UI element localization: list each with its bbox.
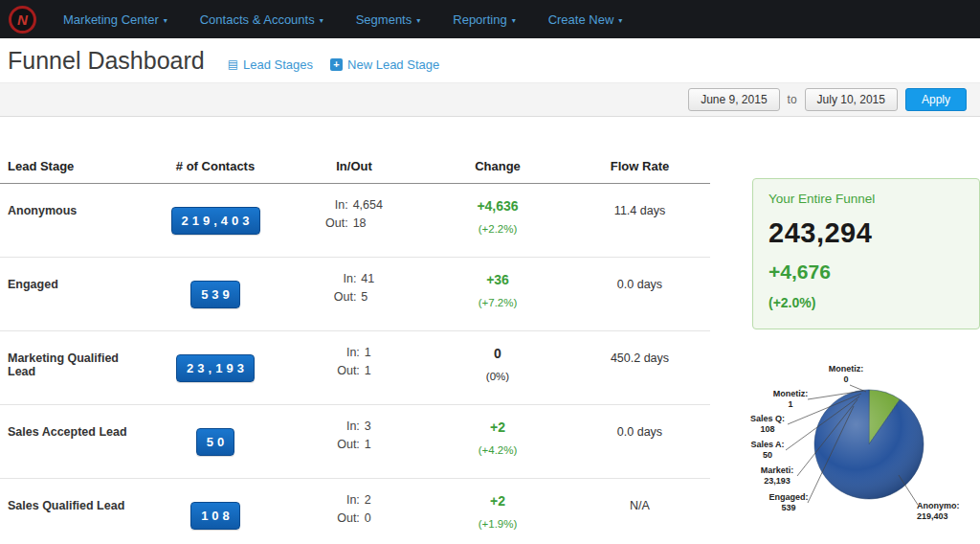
- new-lead-stage-link-label: New Lead Stage: [347, 57, 439, 72]
- nav-item-reporting[interactable]: Reporting ▾: [453, 12, 515, 27]
- top-nav: N Marketing Center ▾ Contacts & Accounts…: [0, 0, 980, 38]
- in-value: 4,654: [353, 198, 383, 212]
- page-header: Funnel Dashboard ▤ Lead Stages + New Lea…: [0, 38, 980, 82]
- change-cell: +2 (+4.2%): [426, 405, 569, 478]
- out-value: 1: [365, 364, 371, 377]
- pie-label: Engaged:: [768, 492, 808, 502]
- summary-delta: +4,676: [768, 261, 964, 283]
- column-header-flow-rate: Flow Rate: [569, 159, 710, 183]
- out-value: 18: [353, 216, 383, 230]
- pie-label: Anonymo:: [917, 501, 960, 510]
- in-out-cell: In: 4,654 Out: 18: [282, 184, 426, 257]
- out-label: Out:: [337, 438, 360, 451]
- flow-rate: N/A: [569, 479, 710, 544]
- date-end-button[interactable]: July 10, 2015: [805, 88, 898, 111]
- flow-rate: 450.2 days: [569, 331, 710, 404]
- out-label: Out:: [337, 364, 360, 377]
- table-row: Marketing Qualified Lead 23,193 In: 1 Ou…: [0, 331, 710, 405]
- netresults-logo[interactable]: N: [9, 6, 36, 34]
- change-value: +4,636: [426, 198, 569, 214]
- pie-label-value: 219,403: [917, 511, 948, 521]
- nav-item-label: Segments: [356, 12, 412, 27]
- change-value: 0: [426, 346, 569, 361]
- nav-item-segments[interactable]: Segments ▾: [356, 12, 421, 27]
- nav-item-create-new[interactable]: Create New ▾: [548, 12, 623, 27]
- in-out-cell: In: 2 Out: 0: [282, 479, 426, 544]
- table-header-row: Lead Stage # of Contacts In/Out Change F…: [0, 159, 710, 184]
- date-to-label: to: [788, 93, 797, 106]
- nav-item-label: Reporting: [453, 12, 506, 27]
- in-out-cell: In: 1 Out: 1: [282, 331, 426, 404]
- date-start-button[interactable]: June 9, 2015: [688, 88, 779, 111]
- lead-stage-name: Anonymous: [0, 184, 148, 257]
- nav-item-label: Contacts & Accounts: [200, 12, 315, 27]
- entire-funnel-summary: Your Entire Funnel 243,294 +4,676 (+2.0%…: [752, 178, 980, 329]
- pie-label: Marketi:: [761, 465, 794, 475]
- pie-label: Sales Q:: [750, 414, 785, 423]
- change-value: +2: [426, 493, 569, 509]
- change-cell: 0 (0%): [426, 331, 569, 404]
- change-percent: (+7.2%): [426, 297, 569, 308]
- pie-chart-panel: Monetiz: 0 Monetiz: 1 Sales Q: 108 Sales…: [729, 345, 980, 544]
- out-value: 5: [361, 290, 374, 304]
- new-lead-stage-link[interactable]: + New Lead Stage: [330, 57, 439, 72]
- pie-label: Monetiz:: [829, 364, 864, 374]
- pie-label: Sales A:: [750, 440, 784, 449]
- pie-label-value: 50: [763, 450, 772, 460]
- header-links: ▤ Lead Stages + New Lead Stage: [228, 57, 439, 72]
- contacts-count-badge[interactable]: 219,403: [171, 207, 260, 235]
- change-percent: (+1.9%): [426, 518, 569, 530]
- summary-total: 243,294: [768, 217, 964, 249]
- nav-item-marketing-center[interactable]: Marketing Center ▾: [63, 12, 167, 27]
- chevron-down-icon: ▾: [416, 16, 420, 25]
- funnel-pie-chart: Monetiz: 0 Monetiz: 1 Sales Q: 108 Sales…: [729, 345, 980, 544]
- page-title: Funnel Dashboard: [8, 47, 205, 75]
- list-icon: ▤: [228, 57, 238, 71]
- in-label: In:: [337, 493, 360, 507]
- out-value: 0: [365, 511, 371, 525]
- in-label: In:: [334, 272, 357, 285]
- nav-item-contacts-accounts[interactable]: Contacts & Accounts ▾: [200, 12, 323, 27]
- contacts-cell: 108: [148, 479, 282, 544]
- contacts-count-badge[interactable]: 108: [190, 502, 240, 530]
- table-row: Engaged 539 In: 41 Out: 5 +36 (+7.2%) 0.…: [0, 258, 710, 331]
- pie-label-value: 0: [843, 374, 848, 384]
- out-value: 1: [365, 438, 371, 451]
- pie-label-value: 108: [760, 424, 774, 434]
- flow-rate: 11.4 days: [569, 184, 710, 257]
- app-root: N Marketing Center ▾ Contacts & Accounts…: [0, 0, 980, 544]
- out-label: Out:: [325, 216, 348, 230]
- out-label: Out:: [334, 290, 357, 304]
- nav-menu: Marketing Center ▾ Contacts & Accounts ▾…: [63, 12, 622, 27]
- summary-title: Your Entire Funnel: [768, 192, 964, 206]
- flow-rate: 0.0 days: [569, 258, 710, 330]
- pie-label: Monetiz:: [773, 389, 809, 398]
- in-label: In:: [337, 346, 360, 359]
- column-header-contacts: # of Contacts: [148, 159, 282, 183]
- in-label: In:: [325, 198, 348, 212]
- change-percent: (0%): [426, 371, 569, 382]
- pie-label-value: 539: [781, 503, 795, 512]
- change-cell: +2 (+1.9%): [426, 479, 569, 544]
- lead-stage-name: Marketing Qualified Lead: [0, 331, 148, 404]
- in-value: 1: [365, 346, 371, 359]
- apply-button[interactable]: Apply: [905, 88, 967, 111]
- change-value: +36: [426, 272, 569, 287]
- logo-letter: N: [17, 11, 28, 28]
- column-header-in-out: In/Out: [282, 159, 426, 183]
- in-out-cell: In: 41 Out: 5: [282, 258, 426, 330]
- contacts-cell: 23,193: [148, 331, 282, 404]
- funnel-table: Lead Stage # of Contacts In/Out Change F…: [0, 159, 710, 544]
- lead-stage-name: Sales Qualified Lead: [0, 479, 148, 544]
- contacts-count-badge[interactable]: 50: [196, 428, 234, 456]
- change-cell: +4,636 (+2.2%): [426, 184, 569, 257]
- chevron-down-icon: ▾: [512, 16, 516, 25]
- lead-stages-link[interactable]: ▤ Lead Stages: [228, 57, 313, 72]
- plus-icon: +: [330, 58, 343, 71]
- contacts-count-badge[interactable]: 539: [190, 281, 240, 308]
- contacts-cell: 219,403: [148, 184, 282, 257]
- column-header-change: Change: [426, 159, 569, 183]
- contacts-cell: 539: [148, 258, 282, 330]
- contacts-count-badge[interactable]: 23,193: [176, 354, 255, 382]
- in-value: 3: [365, 419, 371, 433]
